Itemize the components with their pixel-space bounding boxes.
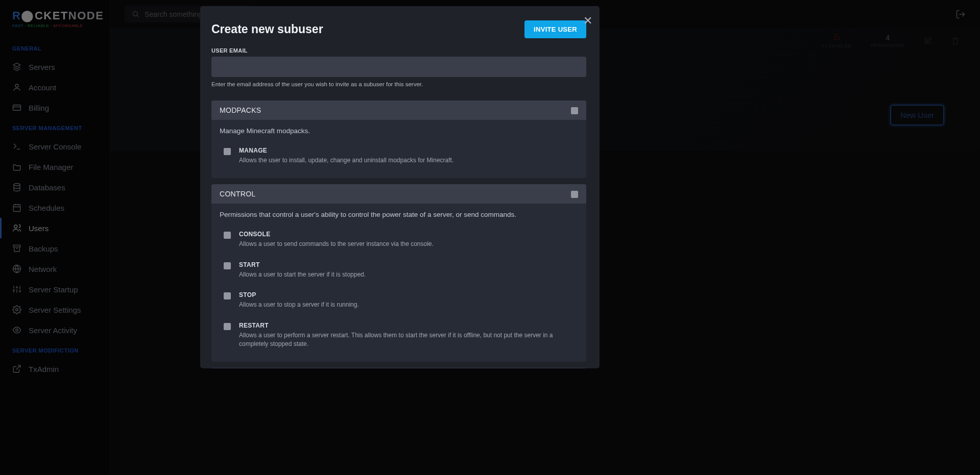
perm-checkbox[interactable] [224,323,231,330]
perm-row: STOPAllows a user to stop a server if it… [220,286,578,314]
perm-name: MANAGE [239,147,574,154]
modal-title: Create new subuser [211,22,323,36]
perm-desc: Allows a user to stop a server if it is … [239,301,574,309]
perm-row: MANAGEAllows the user to install, update… [220,142,578,170]
perm-checkbox[interactable] [224,148,231,155]
perm-checkbox[interactable] [224,292,231,299]
perm-group-desc: Manage Minecraft modpacks. [220,127,578,135]
perm-desc: Allows the user to install, update, chan… [239,156,574,165]
close-icon[interactable]: ✕ [583,15,592,27]
perm-group-header[interactable]: USER [211,368,586,368]
perm-desc: Allows a user to start the server if it … [239,270,574,279]
perm-group-header[interactable]: MODPACKS [211,101,586,120]
perm-group-checkbox[interactable] [571,191,578,198]
perm-group-header[interactable]: CONTROL [211,184,586,204]
perm-group-title: CONTROL [220,190,256,198]
perm-group-title: MODPACKS [220,106,261,114]
perm-group-desc: Permissions that control a user's abilit… [220,211,578,218]
perm-name: CONSOLE [239,231,574,238]
perm-desc: Allows a user to perform a server restar… [239,331,574,349]
perm-name: RESTART [239,322,574,329]
perm-group-modpacks: MODPACKSManage Minecraft modpacks.MANAGE… [211,101,586,178]
perm-name: STOP [239,291,574,298]
perm-group-checkbox[interactable] [571,107,578,114]
invite-user-button[interactable]: INVITE USER [524,20,586,38]
perm-desc: Allows a user to send commands to the se… [239,240,574,248]
email-help-text: Enter the email address of the user you … [211,81,586,87]
perm-row: STARTAllows a user to start the server i… [220,256,578,284]
perm-row: CONSOLEAllows a user to send commands to… [220,226,578,254]
user-email-input[interactable] [211,57,586,77]
create-subuser-modal: ✕ Create new subuser INVITE USER USER EM… [200,6,600,368]
perm-group-control: CONTROLPermissions that control a user's… [211,184,586,362]
email-field-label: USER EMAIL [211,47,586,54]
perm-checkbox[interactable] [224,262,231,269]
perm-checkbox[interactable] [224,232,231,239]
perm-group-user: USER [211,368,586,368]
perm-name: START [239,261,574,268]
perm-row: RESTARTAllows a user to perform a server… [220,317,578,354]
